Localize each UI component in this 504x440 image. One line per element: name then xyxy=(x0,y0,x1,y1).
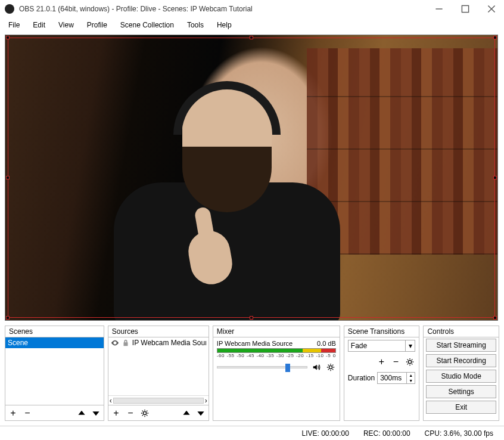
duration-label: Duration xyxy=(348,374,375,382)
minimize-button[interactable] xyxy=(431,3,447,15)
sources-panel: Sources IP Webcam Media Source ‹ › + − xyxy=(108,326,209,421)
preview-canvas[interactable] xyxy=(5,35,498,321)
status-bar: LIVE: 00:00:00 REC: 00:00:00 CPU: 3.6%, … xyxy=(0,426,504,440)
close-button[interactable] xyxy=(484,3,499,15)
resize-handle-tr[interactable] xyxy=(493,36,497,39)
svg-point-1 xyxy=(143,411,146,414)
resize-handle-l[interactable] xyxy=(6,176,10,179)
menu-help[interactable]: Help xyxy=(211,20,238,30)
duration-spinbox[interactable]: 300ms ▲▼ xyxy=(377,372,415,384)
mixer-title: Mixer xyxy=(213,326,340,337)
exit-button[interactable]: Exit xyxy=(426,401,496,414)
bottom-panels: Scenes Scene + − Sources IP Webcam Media… xyxy=(0,326,504,421)
remove-transition-button[interactable]: − xyxy=(390,357,401,367)
scene-item[interactable]: Scene xyxy=(5,337,104,348)
settings-button[interactable]: Settings xyxy=(426,385,496,398)
spin-up-icon[interactable]: ▲ xyxy=(407,373,415,378)
sources-title: Sources xyxy=(108,326,209,337)
controls-panel: Controls Start Streaming Start Recording… xyxy=(423,326,499,421)
scroll-left-icon[interactable]: ‹ xyxy=(110,396,112,405)
resize-handle-t[interactable] xyxy=(250,36,253,39)
svg-point-2 xyxy=(329,365,332,368)
volume-slider-knob[interactable] xyxy=(285,364,290,372)
transition-selected: Fade xyxy=(349,340,406,351)
scroll-right-icon[interactable]: › xyxy=(205,396,207,405)
obs-logo-icon xyxy=(5,4,14,14)
svg-point-3 xyxy=(409,360,412,363)
add-transition-button[interactable]: + xyxy=(376,357,387,367)
audio-meter xyxy=(217,348,336,353)
resize-handle-bl[interactable] xyxy=(6,316,10,320)
menu-tools[interactable]: Tools xyxy=(181,20,210,30)
scenes-panel: Scenes Scene + − xyxy=(5,326,104,421)
resize-handle-b[interactable] xyxy=(250,316,253,320)
source-item[interactable]: IP Webcam Media Source xyxy=(108,337,209,348)
maximize-button[interactable] xyxy=(458,3,473,15)
scroll-thumb[interactable] xyxy=(113,398,204,404)
transition-properties-button[interactable] xyxy=(405,357,415,367)
window-buttons xyxy=(431,3,499,15)
mute-button-icon[interactable] xyxy=(311,362,322,373)
menu-profile[interactable]: Profile xyxy=(81,20,113,30)
mixer-level: 0.0 dB xyxy=(317,340,336,347)
titlebar: OBS 21.0.1 (64bit, windows) - Profile: D… xyxy=(0,0,504,18)
move-source-up-button[interactable] xyxy=(181,408,192,419)
menu-file[interactable]: File xyxy=(2,20,26,30)
transitions-panel: Scene Transitions Fade ▾ + − Duration 30… xyxy=(344,326,420,421)
mixer-panel: Mixer IP Webcam Media Source 0.0 dB -60-… xyxy=(213,326,340,421)
menu-scene-collection[interactable]: Scene Collection xyxy=(114,20,180,30)
scenes-title: Scenes xyxy=(5,326,104,337)
transitions-title: Scene Transitions xyxy=(344,326,419,337)
move-scene-down-button[interactable] xyxy=(91,408,101,419)
sources-list[interactable]: IP Webcam Media Source ‹ › xyxy=(108,337,209,405)
visibility-toggle-icon[interactable] xyxy=(111,339,119,347)
source-properties-button[interactable] xyxy=(139,408,150,419)
chevron-down-icon: ▾ xyxy=(405,340,415,351)
start-recording-button[interactable]: Start Recording xyxy=(426,354,496,367)
window-title: OBS 21.0.1 (64bit, windows) - Profile: D… xyxy=(19,5,431,13)
remove-scene-button[interactable]: − xyxy=(22,408,33,419)
status-rec: REC: 00:00:00 xyxy=(363,429,410,438)
source-item-label: IP Webcam Media Source xyxy=(132,339,206,347)
sources-horizontal-scrollbar[interactable]: ‹ › xyxy=(108,395,209,405)
mixer-settings-button-icon[interactable] xyxy=(325,362,336,373)
status-live: LIVE: 00:00:00 xyxy=(301,429,349,438)
resize-handle-r[interactable] xyxy=(493,176,497,179)
transition-select[interactable]: Fade ▾ xyxy=(348,340,416,352)
move-source-down-button[interactable] xyxy=(195,408,206,419)
remove-source-button[interactable]: − xyxy=(125,408,136,419)
resize-handle-br[interactable] xyxy=(493,316,497,320)
resize-handle-tl[interactable] xyxy=(6,36,10,39)
status-cpu: CPU: 3.6%, 30.00 fps xyxy=(425,429,493,438)
menubar: File Edit View Profile Scene Collection … xyxy=(0,18,504,32)
add-scene-button[interactable]: + xyxy=(8,408,18,419)
meter-ticks: -60-55-50-45-40-35-30-25-20-15-10-50 xyxy=(217,353,336,358)
controls-title: Controls xyxy=(424,326,499,337)
menu-view[interactable]: View xyxy=(52,20,80,30)
scenes-list[interactable]: Scene xyxy=(5,337,104,405)
start-streaming-button[interactable]: Start Streaming xyxy=(426,339,496,352)
mixer-source-name: IP Webcam Media Source xyxy=(217,340,293,347)
move-scene-up-button[interactable] xyxy=(76,408,87,419)
duration-value[interactable]: 300ms xyxy=(378,373,406,383)
source-selection-outline[interactable] xyxy=(8,38,495,318)
lock-toggle-icon[interactable] xyxy=(122,339,130,347)
studio-mode-button[interactable]: Studio Mode xyxy=(426,370,496,383)
spin-down-icon[interactable]: ▼ xyxy=(407,378,415,383)
svg-rect-0 xyxy=(462,5,468,12)
menu-edit[interactable]: Edit xyxy=(27,20,51,30)
add-source-button[interactable]: + xyxy=(111,408,122,419)
volume-slider[interactable] xyxy=(217,366,307,368)
